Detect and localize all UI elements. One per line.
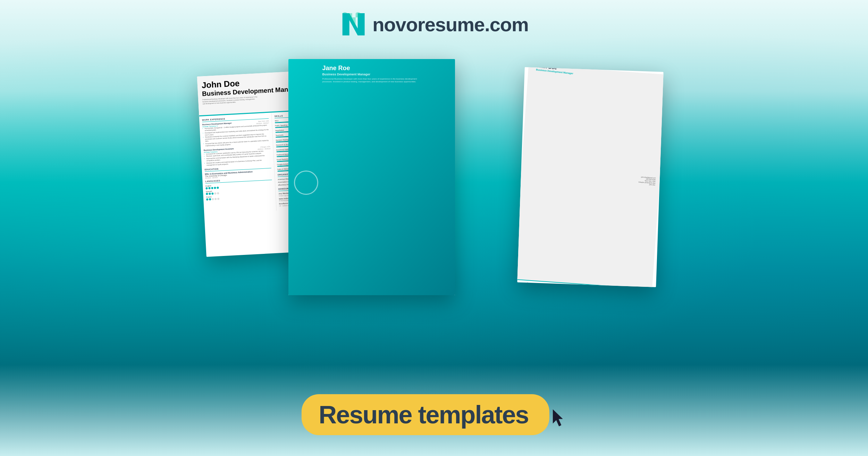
card-left-experience-col: WORK EXPERIENCE Business Development Man… bbox=[199, 113, 277, 215]
job-bullets-1: Successfully managed $2 - 3 million budg… bbox=[202, 124, 270, 147]
resume-card-middle: Jane Roe Business Development Manager Pr… bbox=[288, 59, 455, 295]
brand-name: novoresume.com bbox=[372, 13, 529, 36]
resume-cards-container: John Doe Business Development Manager Pr… bbox=[191, 56, 677, 368]
card-middle-header: Jane Roe Business Development Manager Pr… bbox=[288, 59, 455, 295]
header: novoresume.com bbox=[339, 10, 529, 38]
tagline-pill: Resume templates bbox=[301, 394, 549, 435]
resume-templates-text: Resume templates bbox=[319, 400, 528, 429]
card-middle-avatar bbox=[294, 171, 318, 195]
card-right-contact: john.doe@gmail.com 292-533-0166 New York… bbox=[638, 176, 656, 185]
cursor-icon bbox=[553, 409, 567, 427]
job-entry-1: Business Development Manager New York, U… bbox=[202, 120, 270, 147]
svg-marker-6 bbox=[553, 409, 563, 426]
card-middle-name-section: Jane Roe Business Development Manager Pr… bbox=[322, 65, 449, 295]
card-right-header: John Doe Business Development Manager jo… bbox=[517, 67, 663, 287]
card-middle-title: Business Development Manager bbox=[322, 73, 449, 76]
card-middle-name: Jane Roe bbox=[322, 65, 449, 72]
job-entry-2: Business Development Assistant Chicago, … bbox=[203, 146, 271, 166]
bottom-tagline-section: Resume templates bbox=[301, 394, 566, 435]
resume-card-right: John Doe Business Development Manager jo… bbox=[517, 67, 663, 287]
brand-logo-icon bbox=[339, 10, 367, 38]
card-left-name-section: John Doe Business Development Manager Pr… bbox=[201, 75, 302, 105]
card-middle-summary: Professional Business Developer with mor… bbox=[322, 77, 420, 83]
